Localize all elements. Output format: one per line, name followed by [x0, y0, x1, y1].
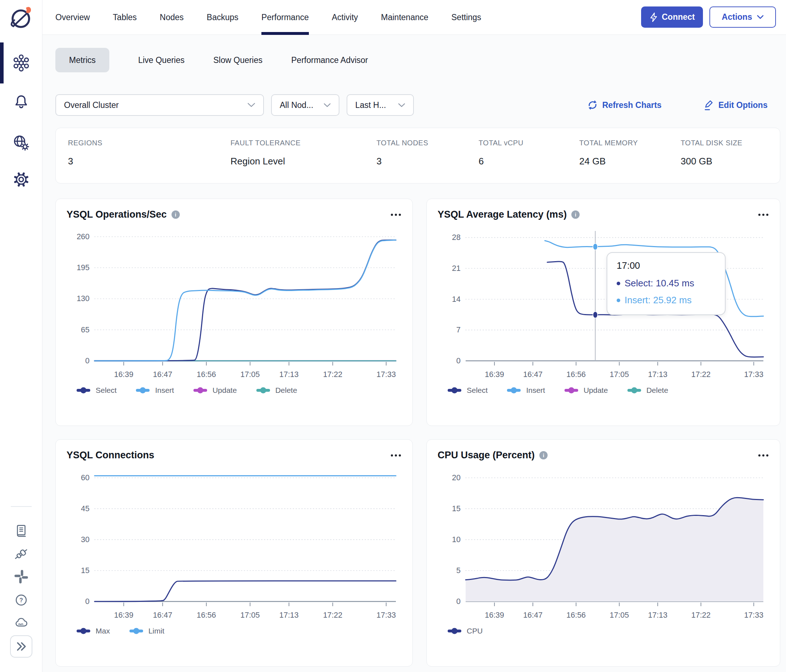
tab-backups[interactable]: Backups — [207, 0, 238, 35]
legend-item-limit[interactable]: Limit — [129, 627, 164, 635]
subtab-live-queries[interactable]: Live Queries — [138, 55, 184, 65]
sidebar-divider — [11, 506, 31, 507]
stat-label: TOTAL vCPU — [479, 139, 579, 147]
subtab-performance-advisor[interactable]: Performance Advisor — [291, 55, 368, 65]
cluster-icon[interactable] — [0, 52, 42, 73]
chart-menu-button[interactable] — [390, 211, 402, 219]
yugabyte-logo[interactable] — [8, 4, 34, 31]
chevron-down-icon — [398, 103, 405, 107]
svg-text:17:13: 17:13 — [648, 611, 667, 620]
svg-text:17:33: 17:33 — [376, 370, 396, 379]
svg-text:28: 28 — [452, 233, 461, 242]
svg-text:7: 7 — [456, 326, 461, 334]
cluster-select-value: Overall Cluster — [64, 101, 119, 110]
legend-item-select[interactable]: Select — [448, 386, 487, 395]
legend-item-cpu[interactable]: CPU — [448, 627, 483, 635]
cloud-icon[interactable] — [0, 612, 42, 633]
gear-icon[interactable] — [0, 169, 42, 190]
subtab-slow-queries[interactable]: Slow Queries — [213, 55, 263, 65]
chart-menu-button[interactable] — [758, 211, 769, 219]
svg-text:5: 5 — [456, 566, 461, 575]
stat-total-disk-size: TOTAL DISK SIZE300 GB — [681, 139, 767, 183]
chart-legend: SelectInsertUpdateDelete — [77, 386, 402, 395]
tab-performance[interactable]: Performance — [261, 0, 309, 35]
stat-total-nodes: TOTAL NODES3 — [376, 139, 479, 183]
stat-label: TOTAL DISK SIZE — [681, 139, 767, 147]
refresh-charts-label: Refresh Charts — [602, 101, 662, 110]
legend-marker — [256, 389, 270, 392]
legend-label: Select — [467, 386, 487, 395]
legend-item-update[interactable]: Update — [193, 386, 237, 395]
actions-button[interactable]: Actions — [709, 6, 776, 28]
tab-overview[interactable]: Overview — [55, 0, 90, 35]
legend-item-delete[interactable]: Delete — [256, 386, 297, 395]
insert-bullet — [617, 299, 620, 302]
subtab-metrics[interactable]: Metrics — [55, 48, 109, 72]
svg-text:17:05: 17:05 — [241, 611, 260, 620]
svg-text:17:33: 17:33 — [744, 370, 763, 379]
legend-item-update[interactable]: Update — [564, 386, 608, 395]
sidebar-expand-button[interactable] — [10, 635, 32, 658]
info-icon[interactable]: i — [539, 451, 548, 460]
svg-text:16:47: 16:47 — [523, 611, 542, 620]
svg-text:17:13: 17:13 — [279, 370, 299, 379]
svg-text:16:56: 16:56 — [196, 611, 216, 620]
legend-item-max[interactable]: Max — [77, 627, 110, 635]
refresh-charts-button[interactable]: Refresh Charts — [587, 98, 662, 112]
sidebar: ? — [0, 0, 42, 672]
edit-options-button[interactable]: Edit Options — [703, 98, 768, 112]
chart-title: YSQL Operations/Sec — [66, 209, 167, 220]
connect-label: Connect — [662, 12, 695, 22]
svg-text:195: 195 — [77, 263, 90, 272]
tab-settings[interactable]: Settings — [451, 0, 481, 35]
globe-gear-icon[interactable] — [0, 132, 42, 153]
svg-text:0: 0 — [456, 357, 461, 365]
chart-title: CPU Usage (Percent) — [438, 450, 534, 461]
chart-legend: MaxLimit — [77, 627, 402, 635]
svg-text:15: 15 — [452, 504, 461, 513]
legend-label: Insert — [155, 386, 174, 395]
legend-item-insert[interactable]: Insert — [136, 386, 174, 395]
info-icon[interactable]: i — [171, 211, 180, 219]
stat-value: 6 — [479, 156, 579, 167]
topbar-tabs: OverviewTablesNodesBackupsPerformanceAct… — [55, 0, 481, 35]
edit-options-label: Edit Options — [718, 101, 768, 110]
svg-text:10: 10 — [452, 535, 461, 544]
stat-label: REGIONS — [68, 139, 231, 147]
chart-legend: CPU — [448, 627, 769, 635]
pencil-icon — [703, 99, 714, 111]
stat-total-vcpu: TOTAL vCPU6 — [479, 139, 579, 183]
tab-nodes[interactable]: Nodes — [160, 0, 183, 35]
tab-activity[interactable]: Activity — [332, 0, 358, 35]
time-range-select[interactable]: Last H... — [347, 94, 414, 116]
legend-marker — [448, 630, 461, 633]
info-icon[interactable]: i — [571, 211, 580, 219]
svg-text:16:47: 16:47 — [153, 611, 172, 620]
svg-text:17:33: 17:33 — [376, 611, 396, 620]
bell-icon[interactable] — [0, 91, 42, 112]
svg-text:16:39: 16:39 — [485, 611, 504, 620]
chart-menu-button[interactable] — [390, 452, 402, 460]
cluster-performance-page: ? OverviewTablesNodesBackupsPerformanceA… — [0, 0, 786, 672]
plug-icon[interactable] — [0, 544, 42, 565]
tab-maintenance[interactable]: Maintenance — [381, 0, 429, 35]
svg-text:0: 0 — [456, 597, 461, 606]
slack-icon[interactable] — [0, 566, 42, 587]
docs-icon[interactable] — [0, 521, 42, 542]
tab-tables[interactable]: Tables — [113, 0, 137, 35]
svg-text:60: 60 — [81, 474, 90, 482]
legend-item-delete[interactable]: Delete — [627, 386, 668, 395]
connect-button[interactable]: Connect — [641, 6, 703, 28]
cpu-usage-chart: 0510152016:3916:4716:5617:0517:1317:2217… — [438, 466, 770, 626]
actions-label: Actions — [722, 12, 752, 22]
legend-item-insert[interactable]: Insert — [507, 386, 545, 395]
chart-menu-button[interactable] — [758, 452, 769, 460]
svg-text:130: 130 — [77, 294, 90, 303]
cluster-select[interactable]: Overall Cluster — [55, 94, 264, 116]
nodes-select[interactable]: All Nod... — [271, 94, 340, 116]
svg-text:17:13: 17:13 — [648, 370, 667, 379]
legend-item-select[interactable]: Select — [77, 386, 116, 395]
chevron-down-icon — [757, 15, 764, 19]
svg-text:20: 20 — [452, 474, 461, 482]
help-icon[interactable]: ? — [0, 590, 42, 611]
